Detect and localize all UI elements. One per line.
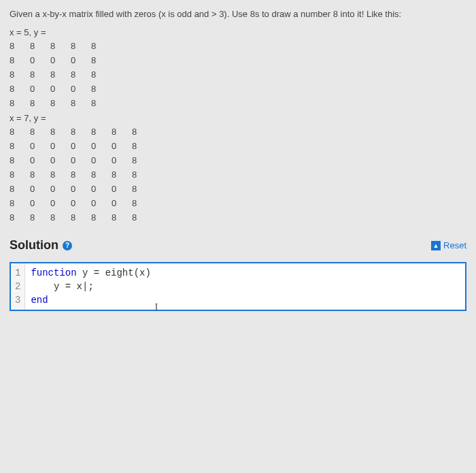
matrix-cell: 8 [91, 99, 112, 108]
matrix-cell: 8 [10, 199, 30, 208]
matrix-cell: 8 [30, 170, 50, 179]
matrix-cell: 0 [30, 84, 50, 93]
matrix-cell: 8 [132, 213, 152, 222]
matrix-cell: 8 [112, 213, 132, 222]
matrix-cell: 8 [91, 170, 112, 179]
matrix-cell: 8 [91, 70, 112, 79]
matrix-row: 80008 [10, 84, 466, 93]
matrix-cell: 0 [30, 156, 50, 165]
matrix-cell: 8 [10, 42, 30, 50]
code-editor[interactable]: 123 I function y = eight(x) y = x|;end [10, 262, 466, 311]
matrix-cell: 0 [112, 142, 132, 150]
matrix-cell: 8 [10, 213, 30, 222]
example2-label: x = 7, y = [10, 113, 466, 123]
matrix-cell: 8 [10, 99, 30, 108]
matrix-cell: 0 [30, 142, 50, 150]
reset-label: Reset [443, 240, 466, 250]
solution-title: Solution ? [10, 238, 72, 252]
matrix-cell: 0 [91, 199, 112, 208]
matrix-cell: 0 [50, 199, 71, 208]
matrix-cell: 0 [50, 142, 71, 150]
example2-matrix: 8888888800000880000088888888800000880000… [10, 127, 466, 222]
matrix-cell: 8 [91, 84, 112, 93]
matrix-cell: 8 [91, 56, 112, 65]
keyword: end [31, 295, 48, 306]
matrix-cell: 0 [50, 156, 71, 165]
matrix-cell: 8 [132, 199, 152, 208]
matrix-cell: 8 [10, 56, 30, 65]
matrix-cell: 8 [30, 99, 50, 108]
matrix-cell: 8 [10, 70, 30, 79]
matrix-cell: 0 [50, 184, 71, 193]
matrix-cell: 0 [30, 184, 50, 193]
matrix-row: 88888 [10, 70, 466, 79]
matrix-cell: 8 [71, 99, 91, 108]
matrix-cell: 8 [71, 213, 91, 222]
matrix-cell: 8 [132, 142, 152, 150]
matrix-cell: 8 [30, 42, 50, 50]
matrix-row: 88888 [10, 99, 466, 108]
matrix-cell: 8 [50, 127, 71, 136]
matrix-cell: 0 [50, 84, 71, 93]
matrix-cell: 8 [10, 142, 30, 150]
help-icon[interactable]: ? [63, 241, 72, 250]
matrix-cell: 8 [50, 213, 71, 222]
matrix-cell: 8 [132, 156, 152, 165]
matrix-cell: 8 [91, 42, 112, 50]
matrix-cell: 8 [132, 170, 152, 179]
code-gutter: 123 [11, 263, 25, 310]
matrix-cell: 0 [91, 184, 112, 193]
problem-description: Given a x-by-x matrix filled with zeros … [10, 8, 466, 20]
matrix-row: 88888 [10, 42, 466, 50]
example1-label: x = 5, y = [10, 27, 466, 37]
matrix-row: 8000008 [10, 184, 466, 193]
matrix-cell: 8 [112, 170, 132, 179]
matrix-cell: 8 [30, 213, 50, 222]
matrix-cell: 0 [71, 156, 91, 165]
matrix-cell: 8 [30, 70, 50, 79]
matrix-cell: 0 [71, 84, 91, 93]
matrix-cell: 0 [71, 199, 91, 208]
matrix-cell: 8 [71, 127, 91, 136]
code-text: y = eight(x) [77, 267, 151, 278]
line-number: 3 [15, 293, 20, 307]
text-cursor-icon: I [154, 301, 158, 313]
reset-button[interactable]: ▲ Reset [431, 240, 466, 250]
matrix-cell: 8 [132, 184, 152, 193]
code-text: y = x|; [31, 281, 93, 292]
matrix-cell: 8 [10, 156, 30, 165]
code-line[interactable]: end [31, 293, 460, 307]
matrix-cell: 0 [71, 56, 91, 65]
code-line[interactable]: y = x|; [31, 280, 460, 293]
matrix-cell: 8 [132, 127, 152, 136]
example1-matrix: 8888880008888888000888888 [10, 42, 466, 108]
matrix-cell: 0 [91, 156, 112, 165]
matrix-cell: 0 [71, 184, 91, 193]
matrix-cell: 0 [30, 199, 50, 208]
matrix-cell: 8 [50, 70, 71, 79]
matrix-cell: 8 [10, 184, 30, 193]
matrix-cell: 8 [30, 127, 50, 136]
matrix-row: 8000008 [10, 199, 466, 208]
solution-title-text: Solution [10, 238, 58, 252]
matrix-cell: 0 [112, 199, 132, 208]
matrix-cell: 0 [30, 56, 50, 65]
matrix-cell: 8 [91, 127, 112, 136]
matrix-cell: 8 [50, 170, 71, 179]
matrix-cell: 0 [91, 142, 112, 150]
matrix-cell: 8 [10, 84, 30, 93]
matrix-cell: 8 [71, 42, 91, 50]
matrix-row: 8000008 [10, 142, 466, 150]
matrix-cell: 8 [71, 170, 91, 179]
matrix-cell: 8 [50, 99, 71, 108]
matrix-cell: 8 [10, 127, 30, 136]
matrix-cell: 0 [50, 56, 71, 65]
matrix-cell: 8 [10, 170, 30, 179]
code-line[interactable]: function y = eight(x) [31, 266, 460, 280]
matrix-cell: 8 [50, 42, 71, 50]
matrix-row: 8888888 [10, 127, 466, 136]
keyword: function [31, 267, 76, 278]
matrix-cell: 8 [91, 213, 112, 222]
code-content[interactable]: I function y = eight(x) y = x|;end [25, 263, 465, 310]
solution-header: Solution ? ▲ Reset [10, 238, 466, 252]
